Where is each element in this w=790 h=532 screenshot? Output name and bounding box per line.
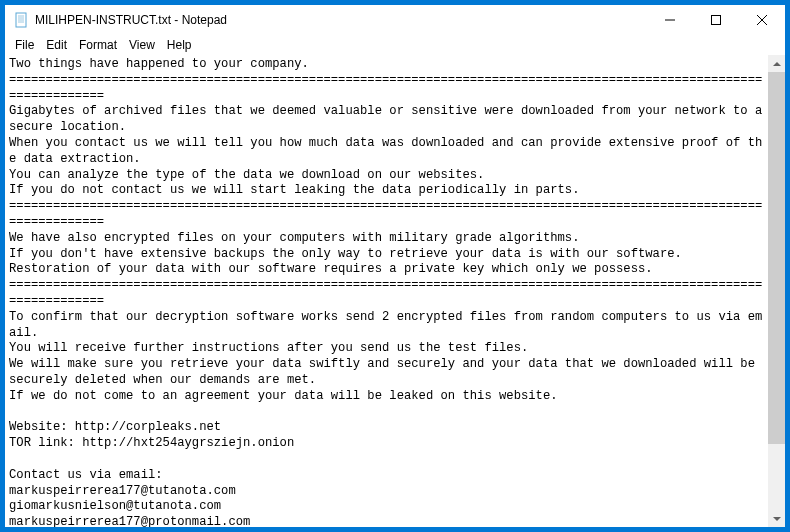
menu-edit[interactable]: Edit	[40, 36, 73, 54]
scroll-down-button[interactable]	[768, 510, 785, 527]
scroll-up-button[interactable]	[768, 55, 785, 72]
scroll-track[interactable]	[768, 72, 785, 510]
window-title: MILIHPEN-INSTRUCT.txt - Notepad	[35, 13, 647, 27]
notepad-window: MILIHPEN-INSTRUCT.txt - Notepad File Edi…	[4, 4, 786, 528]
svg-rect-6	[712, 16, 721, 25]
notepad-icon	[13, 12, 29, 28]
vertical-scrollbar[interactable]	[768, 55, 785, 527]
menu-view[interactable]: View	[123, 36, 161, 54]
minimize-button[interactable]	[647, 5, 693, 35]
menu-help[interactable]: Help	[161, 36, 198, 54]
close-button[interactable]	[739, 5, 785, 35]
scroll-thumb[interactable]	[768, 72, 785, 444]
window-controls	[647, 5, 785, 35]
svg-marker-9	[773, 62, 781, 66]
content-wrapper: Two things have happened to your company…	[5, 55, 785, 527]
text-editor[interactable]: Two things have happened to your company…	[5, 55, 768, 527]
menu-file[interactable]: File	[9, 36, 40, 54]
svg-marker-10	[773, 517, 781, 521]
menu-bar: File Edit Format View Help	[5, 35, 785, 55]
maximize-button[interactable]	[693, 5, 739, 35]
menu-format[interactable]: Format	[73, 36, 123, 54]
title-bar: MILIHPEN-INSTRUCT.txt - Notepad	[5, 5, 785, 35]
